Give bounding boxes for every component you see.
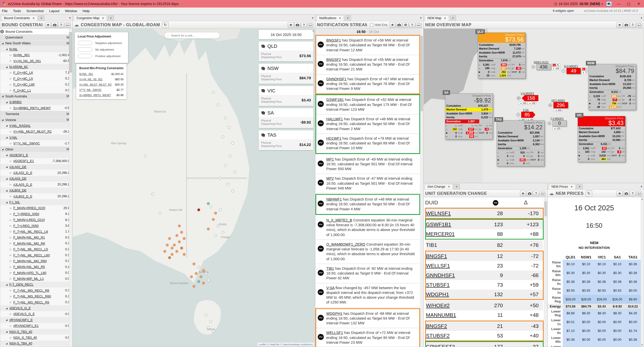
notification[interactable]: MP2 has Dispatch Error of -47 MW at inte… bbox=[316, 174, 419, 193]
expander-icon[interactable]: ▷ bbox=[10, 336, 13, 339]
new-tab-button[interactable]: + bbox=[454, 184, 460, 189]
unit-marker[interactable] bbox=[219, 209, 222, 211]
unit-marker[interactable] bbox=[207, 279, 210, 281]
expander-icon[interactable]: ▷ bbox=[10, 142, 13, 145]
tree-row[interactable]: ◢ #DEVILS_G_E bbox=[0, 305, 72, 311]
adjust-icon[interactable] bbox=[561, 69, 566, 73]
tree-row[interactable]: ▷ F_T+NIL_MG_RECL_R60 0.38 bbox=[0, 294, 72, 299]
expander-icon[interactable]: ◢ bbox=[6, 124, 9, 127]
expander-icon[interactable]: ◢ bbox=[6, 283, 9, 286]
menu-layout[interactable]: Layout bbox=[49, 9, 60, 13]
expander-icon[interactable]: ▷ bbox=[10, 60, 13, 62]
constraint-label[interactable]: F_T+NIL_MG_RECL_R5 bbox=[13, 300, 49, 304]
column-duid[interactable]: DUID bbox=[425, 200, 479, 206]
constraint-label[interactable]: NSA_S_TB3_40 bbox=[13, 336, 37, 339]
adjust-icon[interactable]: +/- bbox=[548, 103, 552, 107]
close-button[interactable]: ✕ bbox=[635, 2, 642, 6]
constraint-label[interactable]: N-ARDM_8C bbox=[9, 65, 28, 69]
unit-marker[interactable] bbox=[190, 275, 193, 278]
constraint-link[interactable]: V>>NIL_MLGT_MLGT_R2 bbox=[79, 83, 111, 86]
constraint-label[interactable]: F_T+LREG_0050 bbox=[13, 224, 39, 228]
expander-icon[interactable]: ▷ bbox=[10, 77, 13, 80]
unit-marker[interactable] bbox=[195, 272, 198, 275]
tree-row[interactable]: ◢ #JLA03_DE bbox=[0, 176, 72, 182]
expander-icon[interactable]: ▷ bbox=[10, 195, 13, 198]
gen-table-row[interactable]: WELLSF1 23 -72 bbox=[426, 261, 543, 271]
mispricing-constraint-item[interactable]: N>NIL_901 -$1,002.41 bbox=[79, 72, 124, 75]
constraint-label[interactable]: V>>N_NIL_65_051 bbox=[13, 59, 41, 63]
column-output-icon[interactable] bbox=[479, 199, 512, 206]
expander-icon[interactable]: ▷ bbox=[10, 224, 13, 227]
unit-marker[interactable] bbox=[197, 266, 200, 269]
unit-marker[interactable] bbox=[224, 164, 227, 167]
menu-window[interactable]: Window bbox=[65, 9, 77, 13]
menu-tools[interactable]: Tools bbox=[13, 9, 21, 13]
constraint-label[interactable]: N>NIL_901 bbox=[13, 53, 30, 57]
unit-link[interactable]: BNGSF2 bbox=[326, 58, 341, 62]
gen-table-row[interactable]: W/HOE#2 270 +50 bbox=[426, 301, 543, 310]
constraint-link[interactable]: N>NIL_901 bbox=[79, 72, 93, 75]
tree-row[interactable]: ▷ V>>NIL_MLGT_MLGT_R2 -26.20 bbox=[0, 129, 72, 135]
unit-link[interactable]: GNNDHSF1 bbox=[326, 77, 346, 81]
expander-icon[interactable]: ◢ bbox=[6, 307, 9, 310]
duid-link[interactable]: STUBSF1 bbox=[426, 282, 479, 288]
tree-row[interactable]: ◢ #RYANCWF1_E bbox=[0, 317, 72, 323]
duid-link[interactable]: STUBSF2 bbox=[426, 333, 479, 339]
constraint-label[interactable]: #JLA03_DE bbox=[9, 177, 26, 180]
constraint-label[interactable]: #RYANCWF1_E bbox=[9, 318, 33, 322]
tab-nem-prices[interactable]: NEM Prices✕ bbox=[549, 184, 576, 189]
help-button[interactable]: ? bbox=[630, 22, 636, 28]
comment-button[interactable] bbox=[307, 22, 313, 28]
gen-table-row[interactable]: TIB1 82 +76 bbox=[426, 240, 543, 250]
constraint-label[interactable]: #DEVILS_G_E bbox=[9, 306, 31, 310]
tab-close-icon[interactable]: ✕ bbox=[339, 17, 341, 20]
expander-icon[interactable]: ▷ bbox=[10, 71, 13, 74]
tab-congestion-map[interactable]: Congestion Map✕ bbox=[74, 15, 107, 21]
unit-marker[interactable] bbox=[231, 142, 234, 145]
expander-icon[interactable]: ◢ bbox=[2, 95, 5, 97]
notification[interactable]: WELLSF1 has Dispatch Error of +72 MW at … bbox=[316, 328, 419, 347]
interconnector[interactable]: V-S-MNSP1 +/- 158 ◄158 bbox=[517, 92, 538, 105]
column-delta[interactable]: Δ bbox=[512, 199, 540, 206]
expander-icon[interactable]: ◢ bbox=[6, 189, 9, 192]
unit-marker[interactable] bbox=[197, 280, 200, 283]
expander-icon[interactable]: ▷ bbox=[10, 107, 13, 109]
constraint-label[interactable]: F_Q++8C_L6 bbox=[13, 71, 33, 74]
expander-icon[interactable]: ▷ bbox=[10, 272, 13, 274]
nem-clock[interactable]: ◷ 16 Oct 2025 16:50 (NEM) ▾ bbox=[554, 2, 603, 6]
tree-scrollbar[interactable] bbox=[69, 29, 72, 347]
unit-marker[interactable] bbox=[207, 228, 210, 230]
duid-link[interactable]: MERCER01 bbox=[426, 231, 479, 237]
interconnector[interactable]: NSW1-QLD1 + 436 ▲46 bbox=[531, 61, 551, 70]
unit-marker[interactable] bbox=[158, 212, 161, 215]
notification[interactable]: BNGSF1 has Dispatch Error of +56 MW at i… bbox=[316, 36, 419, 55]
constraint-label[interactable]: F_Q++8C_L60 bbox=[13, 83, 35, 86]
new-tab-button[interactable]: + bbox=[576, 184, 583, 189]
expander-icon[interactable]: ◢ bbox=[2, 148, 5, 150]
unit-marker[interactable] bbox=[178, 240, 181, 243]
expander-icon[interactable]: ▷ bbox=[10, 242, 13, 245]
menu-help[interactable]: Help bbox=[83, 9, 90, 13]
help-button[interactable]: ? bbox=[630, 191, 636, 196]
scroll-up-icon[interactable]: ▲ bbox=[312, 29, 314, 32]
unit-marker[interactable] bbox=[224, 116, 227, 119]
unit-marker[interactable] bbox=[228, 126, 230, 129]
tab-close-icon[interactable]: ✕ bbox=[448, 185, 450, 188]
constraint-label[interactable]: F_T+NIL_ML_RECL_L5 bbox=[13, 247, 48, 251]
prices-scrollbar[interactable]: ▲ ▼ bbox=[641, 197, 644, 347]
constraint-label[interactable]: F_Q+8C_L1 bbox=[13, 89, 31, 92]
expander-icon[interactable]: ◢ bbox=[6, 201, 9, 204]
constraint-label[interactable]: NSA-S_TB3_40 bbox=[9, 330, 32, 334]
expander-icon[interactable]: ▷ bbox=[10, 130, 13, 133]
expander-icon[interactable]: ◢ bbox=[2, 119, 5, 121]
tree-row[interactable]: ▷ N>NIL_901 -1,002.41 bbox=[0, 52, 72, 58]
interconnector-name[interactable]: T-V-MNSP1 bbox=[547, 117, 567, 120]
unit-marker[interactable] bbox=[180, 231, 183, 234]
tree-row[interactable]: ◢ #JLB03_DE bbox=[0, 188, 72, 194]
mute-button[interactable] bbox=[606, 1, 612, 6]
region-price-card[interactable]: VIC Physical Dispatching Price $3.43 bbox=[259, 86, 313, 106]
tab-overflow-icon[interactable]: ▼ bbox=[640, 185, 643, 188]
tab-notifications[interactable]: Notifications✕ bbox=[316, 15, 344, 21]
tree-row[interactable]: ▷ V>>N_NIL_65_051 -82.55 bbox=[0, 58, 72, 64]
screenshot-button[interactable] bbox=[294, 22, 300, 28]
